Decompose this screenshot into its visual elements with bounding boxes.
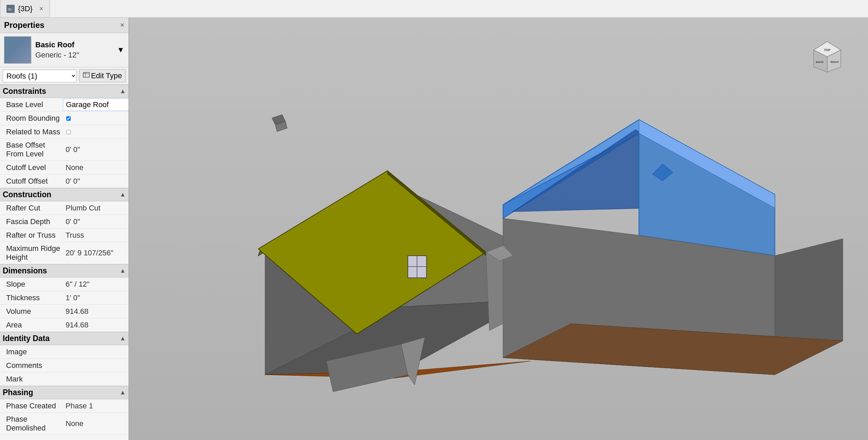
prop-area-value: 914.68	[63, 319, 128, 332]
tab-close-button[interactable]: ×	[39, 5, 44, 13]
phasing-collapse-icon[interactable]: ▲	[120, 389, 126, 396]
prop-phase-created-label: Phase Created	[0, 400, 63, 412]
element-name: Basic Roof	[35, 40, 113, 49]
svg-text:TOP: TOP	[824, 48, 830, 52]
3d-view-tab[interactable]: 3D {3D} ×	[0, 0, 50, 17]
svg-text:3D: 3D	[8, 8, 12, 11]
section-constraints[interactable]: Constraints ▲	[0, 85, 128, 98]
section-phasing[interactable]: Phasing ▲	[0, 386, 128, 399]
prop-cutoff-level-label: Cutoff Level	[0, 161, 63, 174]
preview-info: Basic Roof Generic - 12"	[35, 40, 113, 60]
element-type: Generic - 12"	[35, 51, 113, 60]
prop-room-bounding: Room Bounding	[0, 112, 128, 125]
prop-cutoff-level-value: None	[63, 161, 128, 174]
prop-room-bounding-label: Room Bounding	[0, 112, 63, 125]
prop-slope-value: 6" / 12"	[63, 278, 128, 291]
section-identity-label: Identity Data	[3, 334, 50, 343]
prop-max-ridge-label: Maximum Ridge Height	[0, 242, 63, 264]
prop-fascia-depth-label: Fascia Depth	[0, 215, 63, 228]
prop-comments-value	[63, 363, 128, 368]
3d-scene-svg	[129, 18, 868, 440]
properties-panel: Properties × Basic Roof Generic - 12" ▼ …	[0, 18, 129, 440]
prop-image-label: Image	[0, 345, 63, 358]
section-dimensions-label: Dimensions	[3, 266, 47, 275]
prop-image-value	[63, 350, 128, 354]
prop-rafter-truss-value: Truss	[63, 229, 128, 242]
prop-mark-label: Mark	[0, 373, 63, 386]
prop-cutoff-offset-label: Cutoff Offset	[0, 175, 63, 188]
prop-thickness-value: 1' 0"	[63, 291, 128, 304]
section-constraints-label: Constraints	[3, 87, 46, 96]
prop-related-to-mass-value	[63, 125, 128, 138]
related-to-mass-checkbox[interactable]	[66, 130, 71, 134]
prop-area: Area 914.68	[0, 318, 128, 332]
prop-mark-value	[63, 377, 128, 381]
section-construction[interactable]: Construction ▲	[0, 188, 128, 201]
edit-type-label: Edit Type	[91, 71, 122, 80]
panel-title: Properties	[4, 20, 45, 30]
prop-base-offset-label: Base Offset From Level	[0, 139, 63, 160]
prop-volume-value: 914.68	[63, 305, 128, 318]
prop-fascia-depth: Fascia Depth 0' 0"	[0, 215, 128, 229]
prop-related-to-mass: Related to Mass	[0, 125, 128, 139]
element-selector[interactable]: Roofs (1)	[3, 70, 76, 82]
prop-base-level-input[interactable]	[63, 99, 129, 111]
constraints-collapse-icon[interactable]: ▲	[120, 88, 126, 95]
tab-label: {3D}	[18, 4, 33, 13]
svg-text:RIGHT: RIGHT	[831, 61, 839, 64]
construction-collapse-icon[interactable]: ▲	[120, 191, 126, 198]
prop-fascia-depth-value: 0' 0"	[63, 215, 128, 228]
prop-max-ridge: Maximum Ridge Height 20' 9 107/256"	[0, 242, 128, 264]
edit-type-button[interactable]: Edit Type	[79, 69, 126, 82]
section-identity-data[interactable]: Identity Data ▲	[0, 332, 128, 345]
prop-slope-label: Slope	[0, 278, 63, 291]
svg-rect-2	[83, 72, 89, 77]
prop-mark: Mark	[0, 372, 128, 386]
prop-base-level: Base Level	[0, 98, 128, 112]
prop-rafter-cut: Rafter Cut Plumb Cut	[0, 201, 128, 215]
prop-area-label: Area	[0, 319, 63, 332]
prop-volume: Volume 914.68	[0, 305, 128, 318]
preview-area: Basic Roof Generic - 12" ▼	[0, 33, 128, 67]
section-phasing-label: Phasing	[3, 388, 33, 397]
prop-slope: Slope 6" / 12"	[0, 277, 128, 291]
3d-viewport[interactable]: TOP RIGHT BACK	[129, 18, 868, 440]
prop-cutoff-level: Cutoff Level None	[0, 161, 128, 174]
prop-thickness-label: Thickness	[0, 291, 63, 304]
panel-header: Properties ×	[0, 18, 128, 33]
prop-rafter-cut-value: Plumb Cut	[63, 202, 128, 215]
prop-base-offset-value: 0' 0"	[63, 143, 128, 156]
element-thumbnail	[4, 36, 31, 64]
preview-dropdown-button[interactable]: ▼	[117, 46, 124, 54]
prop-base-offset: Base Offset From Level 0' 0"	[0, 139, 128, 161]
top-bar: 3D {3D} ×	[0, 0, 868, 18]
selector-row: Roofs (1) Edit Type	[0, 67, 128, 85]
prop-phase-created-value: Phase 1	[63, 400, 128, 412]
prop-phase-created: Phase Created Phase 1	[0, 399, 128, 413]
prop-phase-demolished: Phase Demolished None	[0, 413, 128, 435]
section-construction-label: Construction	[3, 190, 51, 199]
prop-base-level-label: Base Level	[0, 98, 63, 111]
prop-phase-demolished-value: None	[63, 417, 128, 430]
prop-max-ridge-value: 20' 9 107/256"	[63, 247, 128, 259]
prop-room-bounding-value	[63, 112, 128, 125]
panel-close-button[interactable]: ×	[120, 21, 124, 30]
prop-comments-label: Comments	[0, 359, 63, 372]
prop-comments: Comments	[0, 359, 128, 372]
main-layout: Properties × Basic Roof Generic - 12" ▼ …	[0, 18, 868, 440]
prop-phase-demolished-label: Phase Demolished	[0, 413, 63, 435]
3d-view-icon: 3D	[6, 5, 15, 13]
dimensions-collapse-icon[interactable]: ▲	[120, 267, 126, 274]
section-dimensions[interactable]: Dimensions ▲	[0, 264, 128, 277]
svg-text:BACK: BACK	[816, 61, 823, 64]
navigation-cube[interactable]: TOP RIGHT BACK	[807, 38, 848, 79]
prop-rafter-truss-label: Rafter or Truss	[0, 229, 63, 242]
prop-rafter-cut-label: Rafter Cut	[0, 202, 63, 215]
room-bounding-checkbox[interactable]	[66, 116, 71, 121]
identity-collapse-icon[interactable]: ▲	[120, 335, 126, 342]
prop-rafter-truss: Rafter or Truss Truss	[0, 229, 128, 242]
prop-cutoff-offset-value: 0' 0"	[63, 175, 128, 188]
prop-cutoff-offset: Cutoff Offset 0' 0"	[0, 174, 128, 188]
prop-volume-label: Volume	[0, 305, 63, 318]
edit-type-icon	[83, 71, 90, 80]
